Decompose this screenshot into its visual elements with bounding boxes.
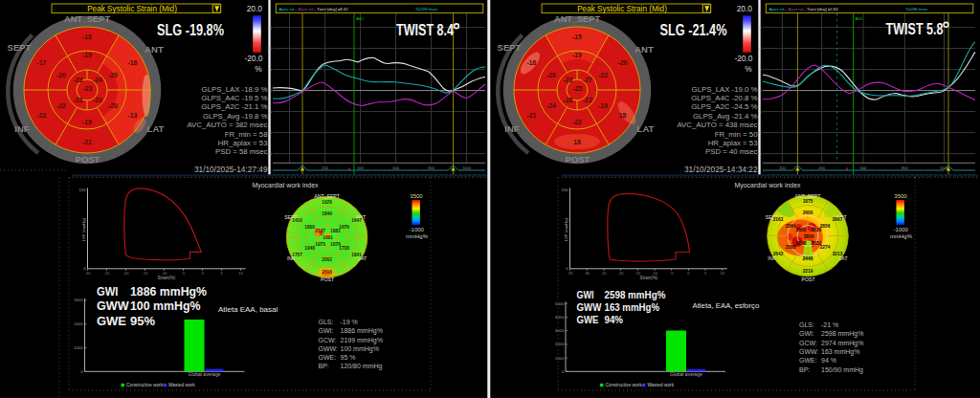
svg-text:ANT: ANT (635, 44, 654, 55)
svg-text:-25: -25 (104, 271, 111, 276)
svg-text:PSD = 40 msec: PSD = 40 msec (705, 147, 757, 156)
svg-text:100 mmHg%: 100 mmHg% (130, 298, 201, 313)
svg-text:GLPS_Avg -19.8 %: GLPS_Avg -19.8 % (203, 112, 268, 121)
svg-text:1849: 1849 (322, 211, 332, 216)
svg-text:-20: -20 (618, 271, 625, 276)
svg-text:AVC: AVC (356, 16, 364, 21)
svg-text:31/10/2025-14:27:49: 31/10/2025-14:27:49 (194, 165, 268, 174)
svg-text:ANT_SEPT: ANT_SEPT (314, 193, 341, 199)
svg-text:2856: 2856 (804, 234, 814, 239)
svg-text:1000: 1000 (555, 356, 565, 361)
svg-text:GWE:: GWE: (799, 357, 817, 364)
svg-text:-17: -17 (37, 59, 47, 66)
svg-text:-28: -28 (564, 97, 573, 103)
svg-text:-20: -20 (56, 72, 66, 78)
svg-text:120/80 mmHg: 120/80 mmHg (341, 363, 383, 370)
svg-text:ANT_SEPT: ANT_SEPT (64, 14, 110, 24)
svg-text:163 mmHg%: 163 mmHg% (821, 348, 859, 356)
svg-text:GWI: GWI (97, 284, 119, 298)
svg-text:-25: -25 (601, 271, 608, 276)
svg-text:ANT_SEPT: ANT_SEPT (554, 14, 600, 24)
svg-text:100 mmHg%: 100 mmHg% (341, 345, 379, 353)
svg-text:-35: -35 (568, 271, 574, 276)
svg-text:-25: -25 (573, 85, 583, 92)
svg-text:-19 %: -19 % (341, 319, 358, 325)
svg-text:GWE: GWE (577, 314, 599, 325)
svg-text:-21 %: -21 % (821, 321, 838, 328)
svg-text:400: 400 (357, 166, 364, 170)
svg-text:POST: POST (801, 276, 815, 282)
svg-text:GLPS_LAX -18.9 %: GLPS_LAX -18.9 % (202, 85, 268, 94)
svg-text:GWE:: GWE: (319, 354, 337, 361)
svg-text:PSD = 58 msec: PSD = 58 msec (215, 147, 267, 156)
svg-text:1647: 1647 (351, 218, 362, 223)
svg-text:TWIST 5.8: TWIST 5.8 (886, 21, 944, 37)
svg-text:LAT: LAT (637, 123, 655, 134)
svg-text:2898: 2898 (796, 241, 807, 246)
svg-text:2632: 2632 (812, 241, 822, 246)
svg-text:4000: 4000 (555, 315, 565, 320)
svg-text:Myocardial work index: Myocardial work index (734, 182, 801, 189)
svg-text:AVC_AUTO = 438 msec: AVC_AUTO = 438 msec (678, 121, 758, 129)
svg-text:FR_min = 50: FR_min = 50 (715, 130, 759, 139)
svg-text:Wasted work: Wasted work (648, 383, 675, 387)
svg-text:-10: -10 (266, 130, 273, 135)
svg-text:2830: 2830 (796, 228, 807, 232)
svg-text:10: 10 (238, 271, 243, 276)
svg-text:-18: -18 (82, 33, 92, 40)
svg-text:-23: -23 (564, 77, 573, 83)
svg-text:2000: 2000 (555, 342, 565, 346)
svg-text:POST: POST (566, 154, 590, 165)
svg-text:-30: -30 (584, 271, 590, 276)
svg-text:Base rot.: Base rot. (299, 7, 315, 11)
svg-text:1410: 1410 (292, 218, 302, 223)
svg-text:INF: INF (504, 123, 520, 134)
svg-text:- Twist [deg] =8.42: - Twist [deg] =8.42 (315, 7, 349, 11)
svg-text:-10: -10 (756, 130, 763, 135)
svg-text:GWW:: GWW: (799, 348, 819, 355)
svg-text:800: 800 (902, 166, 908, 170)
svg-text:1841: 1841 (351, 253, 362, 257)
svg-text:GLS:: GLS: (319, 319, 334, 325)
svg-text:15: 15 (267, 25, 272, 30)
svg-text:-20.0: -20.0 (244, 54, 262, 63)
svg-text:-20: -20 (546, 72, 556, 78)
svg-text:Strain(%): Strain(%) (158, 276, 176, 280)
svg-text:SEPT: SEPT (8, 42, 32, 53)
svg-text:-23: -23 (93, 97, 102, 103)
svg-text:2199 mmHg%: 2199 mmHg% (341, 337, 383, 344)
svg-text:Wasted work: Wasted work (168, 383, 195, 387)
svg-text:-30: -30 (85, 271, 92, 276)
svg-text:ANT_SEPT: ANT_SEPT (795, 193, 822, 199)
svg-text:-23: -23 (83, 85, 93, 92)
svg-text:-22: -22 (598, 72, 608, 78)
svg-text:-19: -19 (82, 52, 92, 58)
svg-text:20.0: 20.0 (247, 4, 263, 13)
svg-text:GWI:: GWI: (319, 327, 334, 334)
svg-text:Constructive work: Constructive work (606, 383, 643, 387)
svg-text:-16: -16 (527, 59, 537, 66)
svg-text:HR_aplax = 53: HR_aplax = 53 (708, 139, 758, 147)
svg-text:POST: POST (76, 154, 100, 165)
svg-text:TWIST 8.4: TWIST 8.4 (396, 22, 454, 38)
svg-text:1800: 1800 (304, 225, 315, 230)
svg-text:Global average: Global average (670, 371, 702, 377)
svg-text:2974 mmHg%: 2974 mmHg% (821, 340, 863, 347)
svg-text:2147: 2147 (315, 229, 325, 233)
svg-text:1691: 1691 (323, 235, 333, 240)
svg-text:AVC: AVC (856, 16, 863, 21)
svg-text:600: 600 (392, 166, 399, 170)
svg-text:SEPT: SEPT (498, 42, 522, 53)
svg-text:10: 10 (757, 46, 762, 51)
svg-text:200: 200 (779, 166, 786, 170)
svg-text:Apex rot.: Apex rot. (769, 7, 786, 11)
svg-text:2000: 2000 (74, 321, 83, 326)
svg-text:-22: -22 (583, 97, 592, 103)
svg-text:163 mmHg%: 163 mmHg% (605, 301, 660, 313)
svg-text:ANT: ANT (145, 44, 164, 55)
svg-text:HR_aplax = 53: HR_aplax = 53 (218, 139, 268, 147)
svg-text:%: % (745, 64, 752, 74)
svg-text:2446: 2446 (803, 256, 813, 261)
svg-text:94%: 94% (605, 314, 624, 325)
svg-text:20.0: 20.0 (737, 4, 753, 13)
